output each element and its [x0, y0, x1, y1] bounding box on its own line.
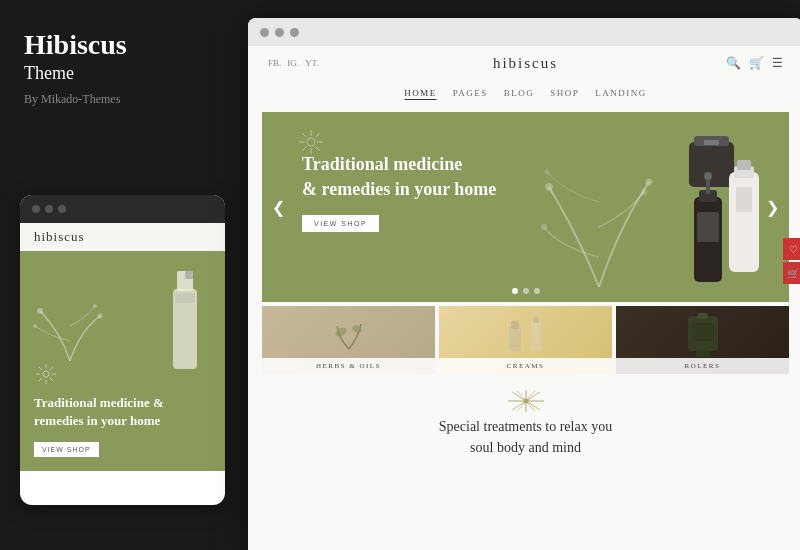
svg-rect-48 — [533, 317, 539, 323]
category-rolers[interactable]: ROLERS — [616, 306, 789, 374]
search-icon[interactable]: 🔍 — [726, 56, 741, 71]
svg-rect-27 — [737, 160, 751, 170]
by-line: By Mikado-Themes — [24, 92, 224, 107]
category-row: HERBS & OILS CREAMS — [262, 306, 789, 374]
svg-rect-28 — [736, 187, 752, 212]
mobile-mockup: hibiscus — [20, 195, 225, 505]
hero-dots — [512, 288, 540, 294]
hero-heading: Traditional medicine & remedies in your … — [302, 152, 496, 202]
nav-landing[interactable]: LANDING — [595, 88, 647, 100]
svg-line-14 — [50, 378, 53, 381]
mobile-top-bar — [20, 195, 225, 223]
svg-line-42 — [303, 147, 307, 151]
app-title: Hibiscus — [24, 30, 224, 61]
chrome-dot-1 — [260, 28, 269, 37]
svg-rect-6 — [175, 293, 195, 303]
svg-rect-24 — [704, 140, 719, 145]
hero-branch-icon — [539, 117, 659, 297]
svg-rect-51 — [696, 349, 710, 357]
svg-point-59 — [523, 399, 528, 404]
treatments-decoration-icon — [268, 390, 783, 416]
svg-point-43 — [333, 326, 347, 339]
mobile-hero-heading: Traditional medicine & remedies in your … — [34, 394, 211, 430]
sidebar-cart-icon[interactable]: 🛒 — [783, 262, 800, 284]
social-yt[interactable]: YT. — [305, 58, 319, 68]
svg-rect-22 — [689, 142, 734, 187]
menu-icon[interactable]: ☰ — [772, 56, 783, 71]
rolers-illustration-icon — [678, 311, 728, 361]
svg-point-17 — [545, 183, 553, 191]
rolers-label: ROLERS — [616, 358, 789, 374]
sidebar-heart-icon[interactable]: ♡ — [783, 238, 800, 260]
hero-arrow-left[interactable]: ❮ — [272, 198, 285, 217]
site-header-top: FB. IG. YT. hibiscus 🔍 🛒 ☰ — [248, 46, 800, 76]
app-subtitle: Theme — [24, 63, 224, 84]
mobile-dot-3 — [58, 205, 66, 213]
svg-point-3 — [93, 304, 97, 308]
mobile-logo: hibiscus — [20, 223, 225, 251]
treatments-starburst-icon — [508, 390, 544, 412]
treatments-title: Special treatments to relax you soul bod… — [268, 416, 783, 458]
svg-point-21 — [545, 170, 550, 175]
mobile-hero-text: Traditional medicine & remedies in your … — [34, 362, 211, 457]
social-fb[interactable]: FB. — [268, 58, 281, 68]
svg-rect-46 — [511, 321, 519, 329]
svg-point-18 — [646, 179, 653, 186]
svg-point-32 — [704, 172, 712, 180]
svg-line-13 — [39, 367, 42, 370]
mobile-view-shop-button[interactable]: VIEW SHOP — [34, 442, 99, 457]
nav-links: HOME PAGES BLOG SHOP LANDING — [404, 88, 647, 100]
left-panel: Hibiscus Theme By Mikado-Themes hibiscus — [0, 0, 248, 550]
hero-arrow-right[interactable]: ❯ — [766, 198, 779, 217]
sidebar-icons: ♡ 🛒 — [783, 238, 800, 284]
sun-decoration-icon — [34, 362, 58, 386]
svg-rect-52 — [692, 323, 714, 341]
svg-line-40 — [316, 147, 320, 151]
svg-point-19 — [541, 224, 547, 230]
cart-icon[interactable]: 🛒 — [749, 56, 764, 71]
creams-label: CREAMS — [439, 358, 612, 374]
chrome-dot-3 — [290, 28, 299, 37]
mobile-hero: Traditional medicine & remedies in your … — [20, 251, 225, 471]
svg-rect-50 — [698, 313, 708, 319]
treatments-section: Special treatments to relax you soul bod… — [248, 374, 800, 466]
social-links: FB. IG. YT. — [268, 58, 319, 68]
nav-pages[interactable]: PAGES — [453, 88, 488, 100]
herbs-illustration-icon — [329, 314, 369, 354]
svg-rect-47 — [531, 321, 541, 351]
category-creams[interactable]: CREAMS — [439, 306, 612, 374]
nav-blog[interactable]: BLOG — [504, 88, 535, 100]
svg-point-1 — [98, 314, 103, 319]
svg-line-15 — [50, 367, 53, 370]
svg-line-39 — [303, 134, 307, 138]
svg-rect-45 — [509, 326, 521, 351]
nav-shop[interactable]: SHOP — [550, 88, 579, 100]
hero-cta-button[interactable]: VIEW SHOP — [302, 215, 379, 232]
site-logo: hibiscus — [493, 55, 558, 72]
svg-point-20 — [641, 189, 647, 195]
svg-line-41 — [316, 134, 320, 138]
creams-illustration-icon — [501, 311, 551, 356]
nav-home[interactable]: HOME — [404, 88, 437, 100]
svg-point-0 — [37, 308, 43, 314]
category-herbs[interactable]: HERBS & OILS — [262, 306, 435, 374]
chrome-dot-2 — [275, 28, 284, 37]
mobile-dot-2 — [45, 205, 53, 213]
svg-point-2 — [33, 324, 37, 328]
social-ig[interactable]: IG. — [287, 58, 299, 68]
svg-rect-7 — [185, 271, 193, 279]
svg-line-16 — [39, 378, 42, 381]
hero-dot-1[interactable] — [512, 288, 518, 294]
svg-point-8 — [43, 371, 49, 377]
header-icons: 🔍 🛒 ☰ — [726, 56, 783, 71]
herbs-label: HERBS & OILS — [262, 358, 435, 374]
hero-section: Traditional medicine & remedies in your … — [262, 112, 789, 302]
site-content: FB. IG. YT. hibiscus 🔍 🛒 ☰ HOME PAGES BL… — [248, 46, 800, 550]
svg-rect-33 — [697, 212, 719, 242]
svg-point-34 — [307, 138, 315, 146]
hero-text-content: Traditional medicine & remedies in your … — [302, 152, 496, 232]
hero-dot-2[interactable] — [523, 288, 529, 294]
mobile-dot-1 — [32, 205, 40, 213]
branch-decoration-icon — [30, 281, 110, 371]
svg-rect-31 — [706, 178, 710, 194]
